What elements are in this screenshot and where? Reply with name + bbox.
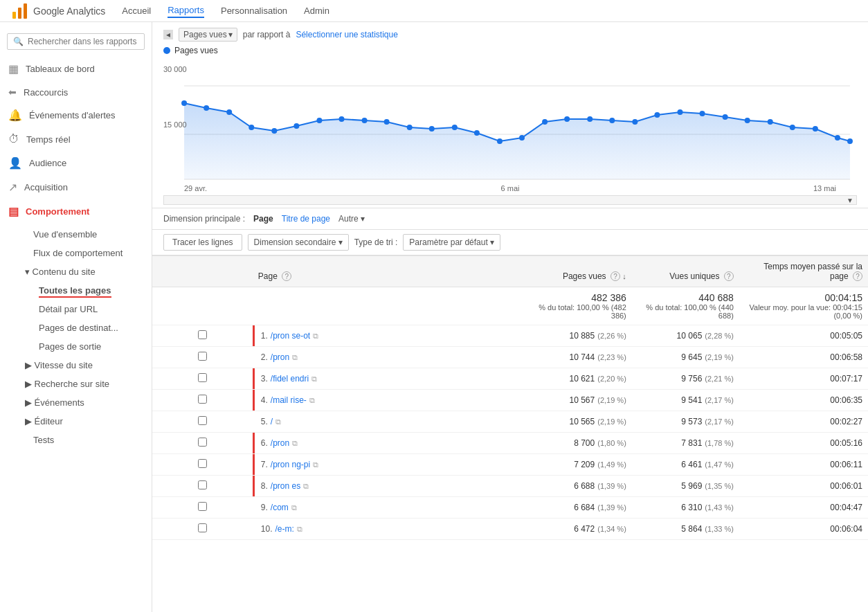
recherche-site-label: ▶ Recherche sur site [25,379,109,389]
sidebar-contenu-site[interactable]: ▾ Contenu du site [0,262,152,281]
row-page-link[interactable]: /com [271,503,289,512]
row-checkbox[interactable] [198,438,207,447]
th-page-help[interactable]: ? [282,271,291,281]
chart-scroll-left[interactable]: ◂ [163,30,173,39]
row-checkbox-cell [152,411,253,433]
sidebar-item-alertes[interactable]: 🔔 Événements d'alertes [0,103,152,127]
page-external-icon[interactable]: ⧉ [292,439,298,447]
row-uv-pct: (1,47 %) [705,460,734,469]
row-page-link[interactable]: /pron es [271,481,300,491]
audience-icon: 👤 [8,156,22,170]
nav-personnalisation[interactable]: Personnalisation [221,4,287,17]
page-external-icon[interactable]: ⧉ [303,482,309,490]
search-input[interactable] [28,37,138,46]
row-page-link[interactable]: / [271,417,273,426]
page-external-icon[interactable]: ⧉ [292,353,298,361]
row-page-link[interactable]: /pron [271,438,289,448]
trace-lignes-button[interactable]: Tracer les lignes [163,234,242,251]
dim-autre[interactable]: Autre ▾ [338,214,365,224]
row-page-link[interactable]: /pron se-ot [271,331,310,341]
page-external-icon[interactable]: ⧉ [291,503,297,512]
row-checkbox[interactable] [198,523,207,532]
row-checkbox[interactable] [198,502,207,511]
sidebar-detail-url[interactable]: Détail par URL [0,300,152,318]
total-pv-value: 482 386 [591,292,626,303]
toutes-pages-label: Toutes les pages [39,285,111,298]
sidebar-item-comportement[interactable]: ▤ Comportement [0,199,152,224]
page-external-icon[interactable]: ⧉ [275,417,281,426]
row-pv-value: 7 209 [574,460,595,469]
row-checkbox[interactable] [198,459,207,468]
row-checkbox[interactable] [198,330,207,339]
row-page-cell: 4./mail rise-⧉ [253,390,525,411]
sidebar-pages-destination[interactable]: Pages de destinat... [0,318,152,337]
sidebar-editeur[interactable]: ▶ Éditeur [0,412,152,431]
th-time-help[interactable]: ? [853,271,862,281]
nav-rapports[interactable]: Rapports [168,3,204,18]
row-page-link[interactable]: /pron ng-pi [271,460,310,469]
row-pv-value: 6 684 [574,503,595,512]
metric-dropdown[interactable]: Pages vues ▾ [179,28,237,42]
sidebar-tests[interactable]: Tests [0,431,152,449]
row-time-cell: 00:06:11 [739,454,868,476]
row-checkbox[interactable] [198,480,207,489]
row-page-link[interactable]: /pron [271,352,289,362]
sidebar-item-acquisition[interactable]: ↗ Acquisition [0,175,152,199]
row-page-link[interactable]: /mail rise- [271,395,307,405]
th-pv-help[interactable]: ? [611,271,620,281]
row-page-link[interactable]: /e-m: [275,524,293,534]
sidebar-vitesse-site[interactable]: ▶ Vitesse du site [0,356,152,375]
row-checkbox[interactable] [198,352,207,361]
th-uv-help[interactable]: ? [724,271,734,281]
sidebar-evenements[interactable]: ▶ Événements [0,393,152,412]
svg-point-20 [497,138,503,144]
row-checkbox-cell [152,433,253,454]
row-pageviews-cell: 6 472(1,34 %) [525,519,632,540]
svg-point-31 [745,118,750,123]
sidebar-item-audience[interactable]: 👤 Audience [0,151,152,175]
dim-page[interactable]: Page [253,214,273,224]
scrollbar-arrow[interactable]: ▼ [847,197,853,204]
page-external-icon[interactable]: ⧉ [313,460,318,469]
page-external-icon[interactable]: ⧉ [297,525,302,533]
dim-secondaire-dropdown[interactable]: Dimension secondaire ▾ [248,234,349,251]
nav-admin[interactable]: Admin [304,4,329,17]
row-pageviews-cell: 6 684(1,39 %) [525,497,632,519]
row-checkbox[interactable] [198,416,207,425]
page-external-icon[interactable]: ⧉ [313,332,318,340]
sidebar-toutes-pages[interactable]: Toutes les pages [0,281,152,300]
row-uv-value: 6 310 [681,503,702,512]
select-stat-link[interactable]: Sélectionner une statistique [296,30,397,39]
svg-point-12 [316,118,322,123]
sidebar-item-tableaux[interactable]: ▦ Tableaux de bord [0,57,152,81]
x-label-6mai: 6 mai [501,184,520,192]
row-time-cell: 00:06:04 [739,519,868,540]
param-dropdown[interactable]: Paramètre par défaut ▾ [403,234,500,251]
row-pageviews-cell: 10 621(2,20 %) [525,368,632,390]
y-label-15000: 15 000 [163,120,187,129]
row-checkbox[interactable] [198,373,207,382]
sidebar-pages-sortie[interactable]: Pages de sortie [0,337,152,356]
page-external-icon[interactable]: ⧉ [311,375,317,383]
total-pageviews-cell: 482 386 % du total: 100,00 % (482 386) [525,287,632,325]
row-page-cell: 1./pron se-ot⧉ [253,325,525,347]
page-external-icon[interactable]: ⧉ [309,396,315,404]
row-checkbox[interactable] [198,395,207,404]
sidebar-recherche-site[interactable]: ▶ Recherche sur site [0,375,152,393]
row-pv-value: 8 700 [574,438,595,448]
nav-accueil[interactable]: Accueil [122,4,151,17]
dim-titre-page[interactable]: Titre de page [282,214,330,224]
chart-area: ◂ Pages vues ▾ par rapport à Sélectionne… [152,22,868,208]
sidebar-vue-ensemble[interactable]: Vue d'ensemble [0,225,152,244]
row-pv-pct: (2,19 %) [597,396,626,404]
sidebar-flux-comportement[interactable]: Flux de comportement [0,244,152,262]
svg-point-13 [339,116,345,122]
table-row: 8./pron es⧉6 688(1,39 %)5 969(1,35 %)00:… [152,476,868,497]
row-number: 10. [261,524,273,534]
sidebar-item-temps-reel[interactable]: ⏱ Temps réel [0,127,152,151]
th-pageviews: Pages vues ? ↓ [525,256,632,287]
row-page-link[interactable]: /fidel endri [271,374,309,384]
sidebar-item-raccourcis[interactable]: ⬅ Raccourcis [0,81,152,103]
chart-scrollbar[interactable]: ▼ [163,195,857,205]
search-box[interactable]: 🔍 [7,33,145,50]
